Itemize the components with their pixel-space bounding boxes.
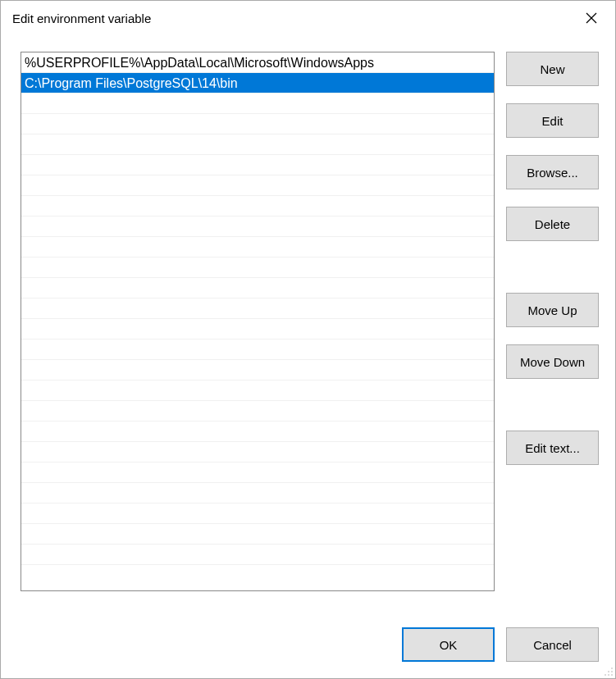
svg-point-4 bbox=[611, 671, 613, 672]
ok-button[interactable]: OK bbox=[402, 627, 495, 662]
browse-button[interactable]: Browse... bbox=[506, 155, 599, 189]
resize-grip-icon[interactable] bbox=[602, 665, 614, 677]
svg-point-5 bbox=[605, 674, 606, 676]
svg-point-7 bbox=[611, 674, 613, 676]
list-item-empty[interactable] bbox=[21, 422, 494, 442]
list-item-empty[interactable] bbox=[21, 381, 494, 401]
close-icon[interactable] bbox=[577, 7, 605, 29]
list-item[interactable]: C:\Program Files\PostgreSQL\14\bin bbox=[21, 73, 494, 93]
content-area: %USERPROFILE%\AppData\Local\Microsoft\Wi… bbox=[1, 35, 615, 613]
list-item-empty[interactable] bbox=[21, 319, 494, 340]
move-up-button[interactable]: Move Up bbox=[506, 293, 599, 327]
list-item-empty[interactable] bbox=[21, 278, 494, 298]
list-item-empty[interactable] bbox=[21, 93, 494, 114]
edit-button[interactable]: Edit bbox=[506, 103, 599, 138]
list-item-empty[interactable] bbox=[21, 483, 494, 504]
list-item-empty[interactable] bbox=[21, 463, 494, 483]
list-item-empty[interactable] bbox=[21, 504, 494, 524]
move-down-button[interactable]: Move Down bbox=[506, 344, 599, 379]
list-item-empty[interactable] bbox=[21, 196, 494, 216]
dialog-footer: OK Cancel bbox=[1, 627, 615, 678]
list-item-empty[interactable] bbox=[21, 524, 494, 545]
path-listbox[interactable]: %USERPROFILE%\AppData\Local\Microsoft\Wi… bbox=[21, 52, 495, 591]
svg-point-6 bbox=[608, 674, 609, 676]
list-item-empty[interactable] bbox=[21, 298, 494, 319]
list-item-empty[interactable] bbox=[21, 237, 494, 257]
list-item-empty[interactable] bbox=[21, 114, 494, 134]
edit-env-variable-dialog: Edit environment variable %USERPROFILE%\… bbox=[0, 0, 616, 679]
list-item[interactable]: %USERPROFILE%\AppData\Local\Microsoft\Wi… bbox=[21, 52, 494, 73]
list-item-empty[interactable] bbox=[21, 134, 494, 155]
list-item-empty[interactable] bbox=[21, 401, 494, 422]
list-item-empty[interactable] bbox=[21, 545, 494, 565]
list-item-empty[interactable] bbox=[21, 360, 494, 381]
list-item-empty[interactable] bbox=[21, 257, 494, 278]
list-item-empty[interactable] bbox=[21, 216, 494, 237]
list-item-empty[interactable] bbox=[21, 155, 494, 175]
list-item-empty[interactable] bbox=[21, 175, 494, 196]
list-item-empty[interactable] bbox=[21, 442, 494, 463]
list-item-empty[interactable] bbox=[21, 340, 494, 360]
svg-point-3 bbox=[608, 671, 609, 672]
dialog-title: Edit environment variable bbox=[12, 11, 151, 25]
edit-text-button[interactable]: Edit text... bbox=[506, 431, 599, 465]
titlebar: Edit environment variable bbox=[1, 1, 615, 35]
delete-button[interactable]: Delete bbox=[506, 207, 599, 241]
new-button[interactable]: New bbox=[506, 52, 599, 86]
button-column: New Edit Browse... Delete Move Up Move D… bbox=[506, 52, 599, 603]
cancel-button[interactable]: Cancel bbox=[506, 627, 599, 662]
svg-point-2 bbox=[611, 668, 613, 669]
